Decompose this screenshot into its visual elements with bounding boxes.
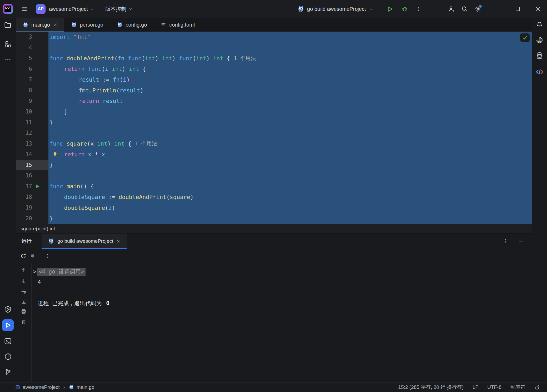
clear-console-icon[interactable] bbox=[19, 317, 28, 326]
console-line: ><4 go 设置调用> bbox=[32, 266, 532, 277]
notifications-bell-icon[interactable] bbox=[534, 19, 545, 29]
line-ending[interactable]: LF bbox=[473, 384, 478, 390]
line-number-text: 11 bbox=[26, 119, 32, 126]
console-command-hint[interactable]: <4 go 设置调用> bbox=[37, 268, 86, 276]
tab-config.toml[interactable]: config.toml bbox=[154, 18, 202, 32]
window-close-button[interactable] bbox=[533, 4, 542, 13]
line-number: 18 bbox=[16, 192, 48, 202]
run-configuration-selector[interactable]: go build awesomeProject bbox=[297, 6, 373, 12]
code-token: int bbox=[97, 140, 107, 147]
hamburger-icon bbox=[21, 6, 28, 12]
title-bar: GO AP awesomeProject 版本控制 go build aweso… bbox=[0, 0, 547, 18]
vcs-menu[interactable]: 版本控制 bbox=[105, 6, 126, 13]
code-token: doubleSquare bbox=[64, 194, 105, 200]
line-number-text: 8 bbox=[29, 87, 32, 93]
code-token: ) bbox=[140, 87, 143, 94]
line-number: 4 bbox=[16, 42, 48, 53]
code-token: { bbox=[223, 55, 230, 62]
editor[interactable]: 34567891011121314151617181920 import "fm… bbox=[16, 32, 532, 224]
usage-hint[interactable]: 1 个用法 bbox=[135, 140, 157, 147]
unlock-icon[interactable] bbox=[534, 384, 540, 390]
project-badge[interactable]: AP bbox=[36, 4, 46, 14]
code-line: } bbox=[48, 117, 532, 128]
prev-occurrence-icon[interactable] bbox=[19, 266, 28, 275]
gopher-file-icon bbox=[71, 22, 77, 28]
inspections-widget[interactable] bbox=[520, 33, 530, 42]
code-area[interactable]: import "fmt"func doubleAndPrint(fn func(… bbox=[48, 32, 532, 224]
file-encoding[interactable]: UTF-8 bbox=[487, 384, 501, 390]
add-user-icon[interactable] bbox=[447, 4, 456, 13]
run-tool-window-icon[interactable] bbox=[2, 319, 14, 331]
code-line: doubleSquare := doubleAndPrint(square) bbox=[48, 192, 532, 202]
ai-assistant-icon[interactable] bbox=[534, 35, 545, 45]
intention-bulb-icon[interactable] bbox=[52, 151, 58, 157]
print-icon[interactable] bbox=[19, 307, 28, 316]
code-line: import "fmt" bbox=[48, 32, 532, 42]
run-panel-minimize-icon[interactable] bbox=[516, 237, 525, 246]
more-actions-icon[interactable] bbox=[414, 4, 423, 13]
gopher-file-icon bbox=[23, 22, 28, 28]
toolbar-separator bbox=[40, 252, 40, 259]
gopher-run-icon bbox=[297, 6, 304, 12]
debug-button[interactable] bbox=[400, 4, 409, 13]
window-maximize-button[interactable] bbox=[513, 4, 522, 13]
line-number-text: 4 bbox=[29, 44, 32, 51]
gopher-file-icon bbox=[69, 385, 74, 390]
tab-config.go[interactable]: config.go bbox=[110, 18, 154, 32]
tab-person.go[interactable]: person.go bbox=[64, 18, 110, 32]
main-menu-icon[interactable] bbox=[20, 4, 29, 13]
caret-position[interactable]: 15:2 (285 字符, 20 行 换行符) bbox=[398, 384, 464, 391]
code-token: main bbox=[67, 183, 80, 190]
code-token bbox=[108, 66, 112, 72]
database-icon[interactable] bbox=[534, 50, 545, 61]
tab-main.go[interactable]: main.go bbox=[16, 18, 64, 32]
line-number: 16 bbox=[16, 170, 48, 181]
project-folder-icon[interactable] bbox=[3, 20, 13, 30]
breadcrumb-separator: › bbox=[63, 384, 65, 390]
code-token: func bbox=[49, 55, 63, 62]
rerun-button[interactable] bbox=[18, 251, 28, 261]
search-icon[interactable] bbox=[460, 4, 469, 13]
goland-logo-text: GO bbox=[5, 6, 10, 9]
code-line bbox=[48, 128, 532, 138]
code-token: := bbox=[105, 194, 119, 200]
console-more-icon[interactable] bbox=[43, 251, 52, 261]
code-token: "fmt" bbox=[73, 34, 91, 40]
code-token: 2 bbox=[108, 205, 112, 211]
terminal-icon[interactable] bbox=[3, 336, 13, 346]
window-minimize-button[interactable] bbox=[493, 4, 502, 13]
stop-button[interactable] bbox=[28, 251, 37, 261]
breadcrumb-file[interactable]: main.go bbox=[77, 384, 95, 390]
code-token: return bbox=[79, 98, 99, 104]
soft-wrap-icon[interactable] bbox=[19, 287, 28, 296]
breadcrumb-project[interactable]: awesomeProject bbox=[23, 384, 59, 390]
problems-icon[interactable] bbox=[3, 351, 13, 362]
indent-style[interactable]: 制表符 bbox=[510, 384, 525, 391]
line-number: 5 bbox=[16, 53, 48, 64]
exit-code: 0 bbox=[106, 300, 110, 306]
line-number: 20 bbox=[16, 213, 48, 224]
endpoints-code-icon[interactable] bbox=[534, 67, 545, 77]
close-icon[interactable] bbox=[53, 23, 57, 27]
close-icon[interactable] bbox=[116, 239, 120, 243]
code-token: := bbox=[99, 76, 113, 83]
usage-hint[interactable]: 1 个用法 bbox=[234, 55, 256, 62]
run-panel-more-icon[interactable] bbox=[501, 237, 510, 246]
project-name[interactable]: awesomeProject bbox=[49, 6, 88, 12]
code-token: Println bbox=[92, 87, 116, 94]
scroll-to-end-icon[interactable] bbox=[19, 297, 28, 306]
run-button[interactable] bbox=[385, 4, 394, 13]
line-number-text: 10 bbox=[26, 108, 32, 115]
run-tab[interactable]: go build awesomeProject bbox=[42, 234, 127, 249]
settings-gear-icon[interactable] bbox=[473, 4, 482, 13]
more-tool-windows-icon[interactable] bbox=[3, 54, 13, 65]
line-number: 8 bbox=[16, 85, 48, 96]
services-icon[interactable] bbox=[3, 304, 13, 315]
code-token: doubleSquare bbox=[64, 205, 105, 211]
version-control-icon[interactable] bbox=[3, 367, 13, 378]
structure-icon[interactable] bbox=[3, 39, 13, 49]
next-occurrence-icon[interactable] bbox=[19, 277, 28, 286]
console-output[interactable]: ><4 go 设置调用>4 进程 已完成，退出代码为 0 bbox=[32, 263, 532, 382]
run-line-icon[interactable] bbox=[35, 183, 40, 189]
line-number-text: 12 bbox=[26, 130, 32, 136]
